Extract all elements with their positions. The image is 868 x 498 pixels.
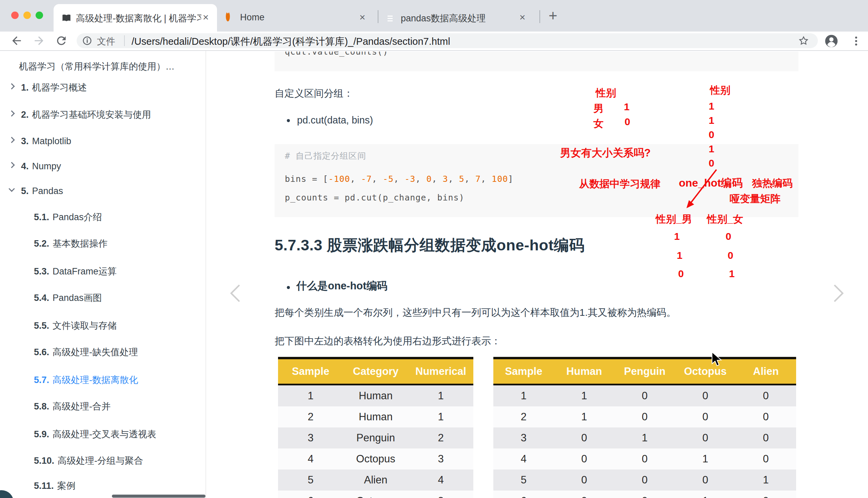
tab-pandas[interactable]: pandas数据高级处理 × xyxy=(380,4,536,31)
sidebar-horizontal-scrollbar[interactable] xyxy=(112,495,205,498)
table-row: 2Human1 xyxy=(278,406,473,428)
sidebar-item-5[interactable]: 5.Pandas xyxy=(0,184,206,198)
annotation-gender-col-value: 1 xyxy=(709,115,715,126)
sidebar-item-4[interactable]: 4.Numpy xyxy=(0,159,206,174)
table-cell: 5 xyxy=(278,470,343,490)
table-cell: 1 xyxy=(614,428,675,448)
scheme-chip: 文件 xyxy=(97,35,115,48)
sidebar-item-5-8-[interactable]: 5.8.高级处理-合并 xyxy=(0,399,206,414)
back-icon[interactable] xyxy=(10,34,23,47)
table-cell: 0 xyxy=(554,428,615,448)
table-cell: 6 xyxy=(493,490,554,498)
sidebar-item-5-2-[interactable]: 5.2.基本数据操作 xyxy=(0,236,206,251)
table-row: 3Penguin2 xyxy=(278,428,473,448)
sidebar-item-5-7-[interactable]: 5.7.高级处理-数据离散化 xyxy=(0,372,206,388)
paragraph-1: 把每个类别生成一个布尔列，这些列中只有一列可以为这个样本取值为1.其又被称为热编… xyxy=(275,306,676,319)
kebab-menu-icon[interactable] xyxy=(850,35,863,48)
tab-active[interactable]: 高级处理-数据离散化 | 机器学习 × xyxy=(54,4,217,31)
sidebar-item-5-3-[interactable]: 5.3.DataFrame运算 xyxy=(0,264,206,279)
bookmark-star-icon[interactable] xyxy=(798,35,809,46)
table-cell: 1 xyxy=(408,406,473,428)
chevron-right-icon[interactable] xyxy=(9,83,15,89)
bullet-dot xyxy=(287,286,290,289)
annotation-solo-hot: 独热编码 xyxy=(752,176,793,190)
new-tab-button[interactable]: + xyxy=(549,8,558,23)
table-cell: 0 xyxy=(735,490,796,498)
table-cell: 0 xyxy=(675,406,736,428)
table-cell: 1 xyxy=(493,385,554,407)
annotation-gender-col-value: 1 xyxy=(709,101,715,112)
table-cell: 1 xyxy=(278,385,343,407)
annotation-onehot-value: 1 xyxy=(677,250,682,261)
table-row: 11000 xyxy=(493,385,796,407)
onehot-table-image: SampleHumanPenguinOctopusAlien1100021000… xyxy=(493,357,796,498)
table-cell: 0 xyxy=(735,448,796,470)
sidebar-item-5-11-[interactable]: 5.11.案例 xyxy=(0,478,206,493)
annotation-onehot-value: 1 xyxy=(729,268,735,279)
chevron-right-icon[interactable] xyxy=(9,162,15,168)
sidebar-title[interactable]: 机器学习（常用科学计算库的使用）… xyxy=(19,61,195,73)
carousel-prev-icon[interactable] xyxy=(230,284,248,302)
orange-book-icon xyxy=(386,14,395,23)
column-header: Category xyxy=(343,358,408,385)
sidebar-item-5-4-[interactable]: 5.4.Pandas画图 xyxy=(0,290,206,305)
traffic-light-close[interactable] xyxy=(11,12,19,19)
table-cell: 5 xyxy=(493,470,554,490)
code-line: qcut.value_counts() xyxy=(285,52,388,57)
sidebar-item-5-9-[interactable]: 5.9.高级处理-交叉表与透视表 xyxy=(0,427,206,442)
sidebar-item-5-5-[interactable]: 5.5.文件读取与存储 xyxy=(0,318,206,333)
info-icon[interactable] xyxy=(82,36,92,46)
table-cell: 0 xyxy=(614,385,675,407)
annotation-onehot-value: 0 xyxy=(725,231,731,242)
avatar[interactable] xyxy=(824,34,839,49)
table-cell: 2 xyxy=(493,406,554,428)
table-cell: 0 xyxy=(735,406,796,428)
annotation-female-label: 女 xyxy=(593,117,603,131)
annotation-onehot-value: 0 xyxy=(678,268,684,279)
sidebar-item-3[interactable]: 3.Matplotlib xyxy=(0,134,206,148)
code-comment: # 自己指定分组区间 xyxy=(285,150,366,161)
annotation-male-value: 1 xyxy=(624,101,630,113)
annotation-gender-header: 性别 xyxy=(596,86,616,100)
forward-icon[interactable] xyxy=(32,34,45,47)
tab-title: Home xyxy=(240,12,342,23)
sidebar-item-2[interactable]: 2.机器学习基础环境安装与使用 xyxy=(0,107,206,122)
sidebar-item-5-6-[interactable]: 5.6.高级处理-缺失值处理 xyxy=(0,345,206,359)
tab-home[interactable]: Home × xyxy=(220,4,376,31)
chevron-right-icon[interactable] xyxy=(9,137,15,143)
chevron-right-icon[interactable] xyxy=(9,110,15,116)
table-cell: 1 xyxy=(675,490,736,498)
table-cell: 1 xyxy=(554,406,615,428)
address-bar[interactable]: 文件 /Users/hedali/Desktop/课件/机器学习(科学计算库)_… xyxy=(77,33,818,48)
table-row: 1Human1 xyxy=(278,385,473,407)
data-table: SampleHumanPenguinOctopusAlien1100021000… xyxy=(493,357,796,498)
annotation-male-label: 男 xyxy=(593,102,603,116)
table-row: 50001 xyxy=(493,470,796,490)
url-text[interactable]: /Users/hedali/Desktop/课件/机器学习(科学计算库)_/Pa… xyxy=(132,35,450,49)
chevron-down-icon[interactable] xyxy=(9,186,15,192)
mouse-cursor xyxy=(711,352,725,368)
data-table: SampleCategoryNumerical1Human12Human13Pe… xyxy=(278,357,473,498)
table-cell: 0 xyxy=(554,470,615,490)
close-icon[interactable]: × xyxy=(359,12,365,23)
table-cell: 0 xyxy=(554,490,615,498)
cut-bullet-text: pd.cut(data, bins) xyxy=(297,115,373,126)
paragraph-2: 把下图中左边的表格转化为使用右边形式进行表示： xyxy=(275,335,501,348)
table-cell: 3 xyxy=(408,448,473,470)
close-icon[interactable]: × xyxy=(203,12,209,23)
reload-icon[interactable] xyxy=(55,34,68,47)
table-cell: 0 xyxy=(614,406,675,428)
sidebar-item-5-1-[interactable]: 5.1.Pandas介绍 xyxy=(0,210,206,225)
close-icon[interactable]: × xyxy=(519,12,525,23)
table-row: 21000 xyxy=(493,406,796,428)
red-arrow xyxy=(680,167,722,213)
sidebar-item-5-10-[interactable]: 5.10.高级处理-分组与聚合 xyxy=(0,453,206,468)
orange-ring-icon xyxy=(226,14,235,23)
sidebar-item-1[interactable]: 1.机器学习概述 xyxy=(0,80,206,95)
table-cell: Octopus xyxy=(343,490,408,498)
table-cell: Human xyxy=(343,385,408,407)
carousel-next-icon[interactable] xyxy=(826,284,844,302)
annotation-female-value: 0 xyxy=(625,116,630,128)
traffic-light-zoom[interactable] xyxy=(36,12,43,19)
traffic-light-minimize[interactable] xyxy=(23,12,31,19)
